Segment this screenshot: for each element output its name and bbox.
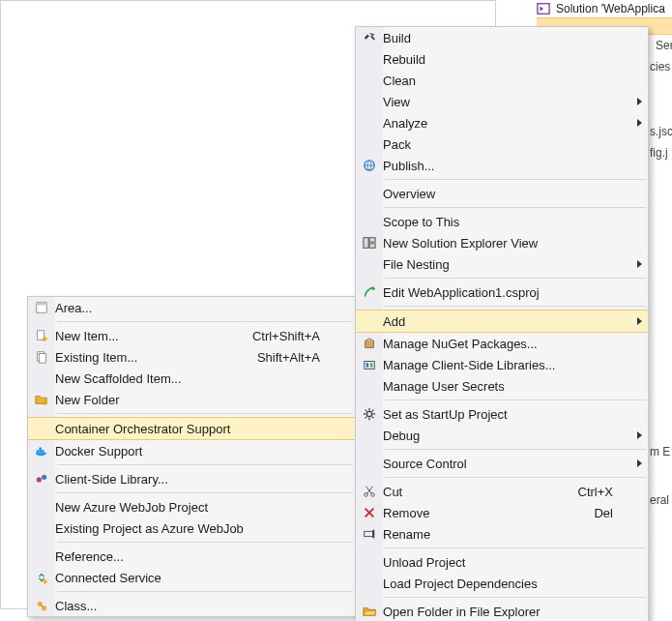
menu-item-orchestrator[interactable]: Container Orchestrator Support — [28, 417, 355, 440]
menu-item-label: File Nesting — [383, 257, 630, 272]
menu-item-label: Clean — [383, 74, 630, 88]
bg-text-fragment: Ser — [656, 39, 672, 52]
menu-item-filenest[interactable]: File Nesting — [356, 253, 648, 275]
menu-item-clientlib[interactable]: Manage Client-Side Libraries... — [356, 354, 648, 375]
menu-item-area[interactable]: Area... — [28, 297, 355, 318]
globe-icon — [356, 155, 383, 176]
menu-item-label: Area... — [55, 301, 337, 315]
menu-item-remove[interactable]: RemoveDel — [356, 502, 648, 523]
clientlib2-icon — [28, 468, 55, 489]
menu-item-nuget[interactable]: Manage NuGet Packages... — [356, 333, 648, 354]
menu-item-newitem[interactable]: New Item...Ctrl+Shift+A — [28, 325, 355, 346]
menu-item-add[interactable]: Add — [356, 310, 648, 333]
newfolder-icon — [28, 389, 55, 410]
menu-item-unload[interactable]: Unload Project — [356, 551, 648, 573]
menu-item-pack[interactable]: Pack — [356, 133, 648, 155]
svg-rect-27 — [365, 340, 374, 347]
svg-rect-7 — [39, 354, 45, 364]
menu-item-label: Load Project Dependencies — [383, 577, 630, 591]
svg-rect-2 — [37, 303, 47, 306]
menu-item-connected[interactable]: Connected Service — [28, 567, 355, 588]
blank-icon — [356, 573, 383, 594]
menu-item-shortcut: Del — [594, 506, 630, 520]
menu-separator — [385, 207, 646, 208]
menu-item-openfolder[interactable]: Open Folder in File Explorer — [356, 601, 648, 621]
project-context-menu: BuildRebuildCleanViewAnalyzePackPublish.… — [355, 26, 649, 621]
menu-item-rename[interactable]: Rename — [356, 523, 648, 545]
menu-item-label: Manage NuGet Packages... — [383, 337, 630, 351]
menu-item-build[interactable]: Build — [356, 27, 648, 48]
menu-item-debug[interactable]: Debug — [356, 425, 648, 446]
menu-item-label: Debug — [383, 429, 630, 443]
menu-item-label: New Item... — [55, 329, 252, 343]
menu-item-reference[interactable]: Reference... — [28, 546, 355, 567]
svg-line-38 — [365, 417, 367, 419]
docker-icon — [28, 440, 55, 461]
nuget-icon — [356, 333, 383, 354]
menu-item-newfolder[interactable]: New Folder — [28, 389, 355, 410]
add-submenu: Area...New Item...Ctrl+Shift+AExisting I… — [27, 296, 356, 617]
menu-item-startup[interactable]: Set as StartUp Project — [356, 403, 648, 425]
menu-item-secrets[interactable]: Manage User Secrets — [356, 375, 648, 397]
svg-line-39 — [372, 410, 374, 412]
menu-item-label: New Azure WebJob Project — [55, 500, 337, 515]
blank-icon — [28, 496, 55, 518]
solexp-icon — [356, 232, 383, 253]
blank-icon — [356, 310, 383, 332]
svg-rect-44 — [365, 531, 373, 536]
menu-item-existitem[interactable]: Existing Item...Shift+Alt+A — [28, 346, 355, 368]
menu-item-publish[interactable]: Publish... — [356, 155, 648, 176]
menu-item-loaddeps[interactable]: Load Project Dependencies — [356, 573, 648, 594]
menu-item-overview[interactable]: Overview — [356, 183, 648, 204]
blank-icon — [356, 375, 383, 397]
menu-item-scaffold[interactable]: New Scaffolded Item... — [28, 368, 355, 389]
blank-icon — [356, 211, 383, 232]
cut-icon — [356, 481, 383, 502]
menu-item-label: Connected Service — [55, 571, 337, 585]
menu-item-class[interactable]: Class... — [28, 595, 355, 616]
menu-separator — [385, 306, 646, 307]
menu-item-existwebjob[interactable]: Existing Project as Azure WebJob — [28, 518, 355, 539]
blank-icon — [356, 551, 383, 573]
menu-separator — [57, 591, 353, 592]
menu-item-clientlib2[interactable]: Client-Side Library... — [28, 468, 355, 489]
menu-item-newwebjob[interactable]: New Azure WebJob Project — [28, 496, 355, 518]
menu-item-label: Class... — [55, 599, 337, 613]
blank-icon — [356, 253, 383, 275]
menu-item-label: View — [383, 95, 630, 109]
menu-separator — [57, 321, 353, 322]
svg-rect-11 — [39, 450, 42, 453]
menu-item-label: Set as StartUp Project — [383, 407, 630, 422]
menu-separator — [385, 547, 646, 548]
submenu-arrow-icon — [630, 119, 648, 127]
menu-item-clean[interactable]: Clean — [356, 70, 648, 91]
menu-item-scope[interactable]: Scope to This — [356, 211, 648, 232]
menu-item-label: New Folder — [55, 393, 337, 407]
menu-item-label: Client-Side Library... — [55, 472, 337, 487]
existitem-icon — [28, 346, 55, 368]
svg-point-15 — [42, 475, 46, 480]
bg-text-fragment: m E — [650, 445, 670, 458]
menu-item-analyze[interactable]: Analyze — [356, 112, 648, 133]
menu-item-label: Cut — [383, 485, 578, 499]
menu-item-label: Existing Project as Azure WebJob — [55, 521, 337, 536]
solution-explorer-header: Solution 'WebApplica — [537, 2, 665, 15]
menu-item-label: Edit WebApplication1.csproj — [383, 285, 630, 300]
menu-item-editproj[interactable]: Edit WebApplication1.csproj — [356, 281, 648, 303]
menu-separator — [385, 449, 646, 450]
menu-item-newsolexp[interactable]: New Solution Explorer View — [356, 232, 648, 253]
menu-item-rebuild[interactable]: Rebuild — [356, 48, 648, 70]
submenu-arrow-icon — [630, 317, 648, 325]
blank-icon — [356, 91, 383, 112]
svg-rect-30 — [370, 363, 373, 367]
menu-separator — [57, 464, 353, 465]
svg-rect-29 — [366, 363, 369, 367]
menu-item-docker[interactable]: Docker Support — [28, 440, 355, 461]
menu-separator — [385, 179, 646, 180]
svg-line-36 — [365, 410, 367, 412]
menu-item-srcctl[interactable]: Source Control — [356, 453, 648, 474]
editproj-icon — [356, 281, 383, 303]
svg-rect-28 — [365, 362, 375, 370]
menu-item-view[interactable]: View — [356, 91, 648, 112]
menu-item-cut[interactable]: CutCtrl+X — [356, 481, 648, 502]
